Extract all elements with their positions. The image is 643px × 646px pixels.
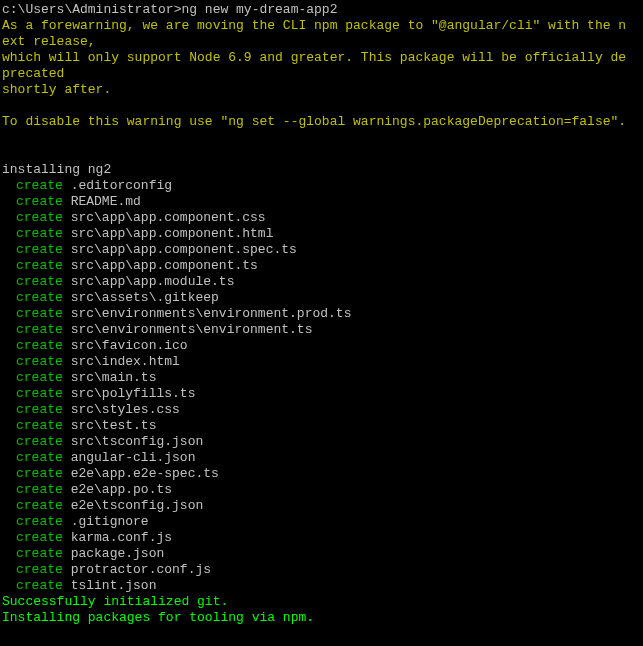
file-create-line: create protractor.conf.js xyxy=(2,562,641,578)
create-action: create xyxy=(16,322,63,337)
file-create-line: create .editorconfig xyxy=(2,178,641,194)
file-path: e2e\app.po.ts xyxy=(71,482,172,497)
file-path: src\test.ts xyxy=(71,418,157,433)
file-create-line: create src\app\app.component.css xyxy=(2,210,641,226)
create-action: create xyxy=(16,418,63,433)
file-path: README.md xyxy=(71,194,141,209)
file-path: src\tsconfig.json xyxy=(71,434,204,449)
file-create-line: create src\main.ts xyxy=(2,370,641,386)
warning-line-3: which will only support Node 6.9 and gre… xyxy=(2,50,641,66)
installing-line: installing ng2 xyxy=(2,162,641,178)
create-action: create xyxy=(16,530,63,545)
file-path: src\assets\.gitkeep xyxy=(71,290,219,305)
blank-line xyxy=(2,146,641,162)
create-action: create xyxy=(16,578,63,593)
file-path: angular-cli.json xyxy=(71,450,196,465)
create-action: create xyxy=(16,370,63,385)
file-create-line: create src\tsconfig.json xyxy=(2,434,641,450)
file-create-line: create src\environments\environment.ts xyxy=(2,322,641,338)
create-action: create xyxy=(16,450,63,465)
warning-line-2: ext release, xyxy=(2,34,641,50)
file-create-line: create README.md xyxy=(2,194,641,210)
file-path: e2e\tsconfig.json xyxy=(71,498,204,513)
file-path: src\environments\environment.ts xyxy=(71,322,313,337)
file-path: .gitignore xyxy=(71,514,149,529)
file-create-line: create src\assets\.gitkeep xyxy=(2,290,641,306)
create-action: create xyxy=(16,514,63,529)
warning-line-1: As a forewarning, we are moving the CLI … xyxy=(2,18,641,34)
git-status-line: Successfully initialized git. xyxy=(2,594,641,610)
files-list: create .editorconfigcreate README.mdcrea… xyxy=(2,178,641,594)
file-path: src\styles.css xyxy=(71,402,180,417)
create-action: create xyxy=(16,562,63,577)
warning-line-6: To disable this warning use "ng set --gl… xyxy=(2,114,641,130)
file-create-line: create tslint.json xyxy=(2,578,641,594)
file-path: src\app\app.component.spec.ts xyxy=(71,242,297,257)
file-path: src\app\app.component.html xyxy=(71,226,274,241)
file-path: e2e\app.e2e-spec.ts xyxy=(71,466,219,481)
file-create-line: create src\environments\environment.prod… xyxy=(2,306,641,322)
create-action: create xyxy=(16,210,63,225)
create-action: create xyxy=(16,546,63,561)
create-action: create xyxy=(16,402,63,417)
blank-line xyxy=(2,130,641,146)
warning-line-5: shortly after. xyxy=(2,82,641,98)
file-path: package.json xyxy=(71,546,165,561)
file-create-line: create karma.conf.js xyxy=(2,530,641,546)
create-action: create xyxy=(16,306,63,321)
file-path: src\favicon.ico xyxy=(71,338,188,353)
file-create-line: create src\polyfills.ts xyxy=(2,386,641,402)
create-action: create xyxy=(16,386,63,401)
create-action: create xyxy=(16,434,63,449)
file-path: src\polyfills.ts xyxy=(71,386,196,401)
create-action: create xyxy=(16,466,63,481)
npm-status-line: Installing packages for tooling via npm. xyxy=(2,610,641,626)
file-create-line: create src\styles.css xyxy=(2,402,641,418)
warning-line-4: precated xyxy=(2,66,641,82)
file-create-line: create angular-cli.json xyxy=(2,450,641,466)
create-action: create xyxy=(16,194,63,209)
file-create-line: create src\index.html xyxy=(2,354,641,370)
file-path: src\app\app.component.ts xyxy=(71,258,258,273)
file-create-line: create package.json xyxy=(2,546,641,562)
file-create-line: create src\test.ts xyxy=(2,418,641,434)
file-create-line: create .gitignore xyxy=(2,514,641,530)
file-path: src\index.html xyxy=(71,354,180,369)
command-text: ng new my-dream-app2 xyxy=(181,2,337,17)
create-action: create xyxy=(16,274,63,289)
create-action: create xyxy=(16,258,63,273)
file-create-line: create e2e\app.e2e-spec.ts xyxy=(2,466,641,482)
create-action: create xyxy=(16,178,63,193)
file-path: karma.conf.js xyxy=(71,530,172,545)
file-create-line: create e2e\tsconfig.json xyxy=(2,498,641,514)
file-create-line: create src\app\app.component.ts xyxy=(2,258,641,274)
create-action: create xyxy=(16,498,63,513)
create-action: create xyxy=(16,482,63,497)
create-action: create xyxy=(16,226,63,241)
command-line: c:\Users\Administrator>ng new my-dream-a… xyxy=(2,2,641,18)
file-path: tslint.json xyxy=(71,578,157,593)
blank-line xyxy=(2,98,641,114)
create-action: create xyxy=(16,242,63,257)
file-create-line: create src\app\app.component.spec.ts xyxy=(2,242,641,258)
file-path: src\environments\environment.prod.ts xyxy=(71,306,352,321)
file-path: protractor.conf.js xyxy=(71,562,211,577)
file-path: .editorconfig xyxy=(71,178,172,193)
file-create-line: create src\app\app.component.html xyxy=(2,226,641,242)
file-path: src\main.ts xyxy=(71,370,157,385)
file-path: src\app\app.module.ts xyxy=(71,274,235,289)
create-action: create xyxy=(16,338,63,353)
file-create-line: create src\favicon.ico xyxy=(2,338,641,354)
create-action: create xyxy=(16,290,63,305)
create-action: create xyxy=(16,354,63,369)
file-create-line: create src\app\app.module.ts xyxy=(2,274,641,290)
file-create-line: create e2e\app.po.ts xyxy=(2,482,641,498)
file-path: src\app\app.component.css xyxy=(71,210,266,225)
cwd-prompt: c:\Users\Administrator> xyxy=(2,2,181,17)
